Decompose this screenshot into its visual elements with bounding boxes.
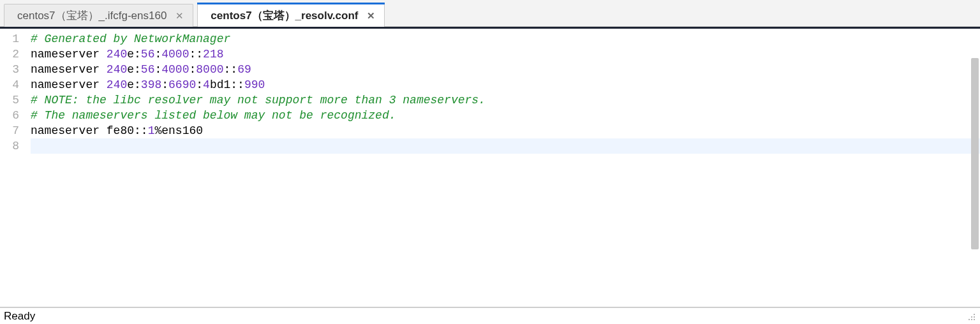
- editor-tab[interactable]: centos7（宝塔）_resolv.conf✕: [197, 4, 385, 27]
- code-line[interactable]: [31, 138, 980, 154]
- code-line[interactable]: nameserver 240e:398:6690:4bd1::990: [31, 77, 980, 92]
- code-token: :: [154, 48, 161, 61]
- code-token: e:: [127, 63, 141, 76]
- tab-label: centos7（宝塔）_.ifcfg-ens160: [17, 8, 167, 23]
- code-line[interactable]: # Generated by NetworkManager: [31, 31, 980, 47]
- code-token: 218: [203, 48, 223, 61]
- code-token: 4: [203, 78, 210, 91]
- svg-point-2: [974, 316, 975, 318]
- svg-point-0: [974, 314, 975, 315]
- code-token: 8000: [196, 63, 223, 76]
- scrollbar-thumb[interactable]: [971, 58, 979, 249]
- svg-point-1: [971, 316, 972, 318]
- code-token: # The nameservers listed below may not b…: [31, 109, 396, 122]
- vertical-scrollbar[interactable]: [970, 58, 980, 256]
- svg-point-5: [974, 319, 975, 320]
- code-token: :: [196, 78, 203, 91]
- editor-tab[interactable]: centos7（宝塔）_.ifcfg-ens160✕: [4, 4, 193, 27]
- line-number: 8: [0, 138, 26, 154]
- code-token: %ens160: [154, 124, 203, 137]
- code-token: :: [154, 63, 161, 76]
- code-token: :: [189, 63, 196, 76]
- code-token: 240: [107, 48, 127, 61]
- line-number: 4: [0, 77, 26, 92]
- line-number: 7: [0, 123, 26, 138]
- code-line[interactable]: nameserver fe80::1%ens160: [31, 123, 980, 138]
- line-number: 3: [0, 62, 26, 77]
- svg-point-3: [969, 319, 970, 320]
- code-token: nameserver: [31, 48, 107, 61]
- line-number: 6: [0, 108, 26, 123]
- code-token: :: [161, 78, 168, 91]
- code-token: ::: [224, 63, 238, 76]
- code-token: ::: [189, 48, 203, 61]
- close-icon[interactable]: ✕: [175, 11, 184, 20]
- code-token: # NOTE: the libc resolver may not suppor…: [31, 94, 486, 107]
- code-token: 56: [141, 48, 155, 61]
- code-token: 4000: [161, 63, 189, 76]
- code-area[interactable]: # Generated by NetworkManagernameserver …: [26, 29, 980, 307]
- tab-bar: centos7（宝塔）_.ifcfg-ens160✕centos7（宝塔）_re…: [0, 0, 980, 27]
- code-token: 240: [107, 78, 127, 91]
- code-line[interactable]: # The nameservers listed below may not b…: [31, 108, 980, 123]
- code-token: e:: [127, 48, 141, 61]
- line-number: 2: [0, 47, 26, 62]
- code-token: 4000: [161, 48, 189, 61]
- line-number: 1: [0, 31, 26, 47]
- code-token: nameserver fe80::: [31, 124, 148, 137]
- code-token: e:: [127, 78, 141, 91]
- code-line[interactable]: nameserver 240e:56:4000::218: [31, 47, 980, 62]
- code-token: 990: [244, 78, 265, 91]
- status-text: Ready: [4, 310, 35, 323]
- code-token: 56: [141, 63, 155, 76]
- code-token: nameserver: [31, 78, 107, 91]
- svg-point-4: [971, 319, 972, 320]
- code-token: # Generated by NetworkManager: [31, 33, 230, 45]
- code-token: 1: [148, 124, 155, 137]
- line-number: 5: [0, 92, 26, 108]
- line-number-gutter: 12345678: [0, 29, 26, 307]
- code-token: nameserver: [31, 63, 107, 76]
- resize-grip-icon[interactable]: [966, 311, 976, 321]
- code-line[interactable]: # NOTE: the libc resolver may not suppor…: [31, 92, 980, 108]
- tab-label: centos7（宝塔）_resolv.conf: [211, 8, 358, 23]
- code-line[interactable]: nameserver 240e:56:4000:8000::69: [31, 62, 980, 77]
- status-bar: Ready: [0, 307, 980, 324]
- code-token: 240: [107, 63, 127, 76]
- code-token: 6690: [168, 78, 196, 91]
- code-token: bd1::: [210, 78, 244, 91]
- code-token: 398: [141, 78, 161, 91]
- editor[interactable]: 12345678 # Generated by NetworkManagerna…: [0, 29, 980, 307]
- code-token: 69: [237, 63, 251, 76]
- close-icon[interactable]: ✕: [367, 11, 375, 20]
